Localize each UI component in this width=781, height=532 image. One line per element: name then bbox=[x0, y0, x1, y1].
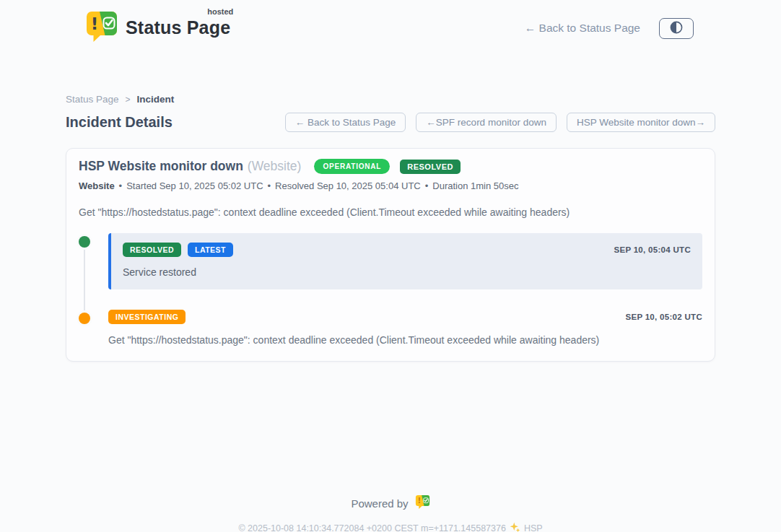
copyright-text: © 2025-10-08 14:10:34.772084 +0200 CEST … bbox=[238, 523, 506, 532]
status-page-logo-icon: ! bbox=[85, 10, 118, 46]
page-title: Incident Details bbox=[66, 114, 173, 131]
incident-nav-buttons: ← Back to Status Page ←SPF record monito… bbox=[285, 113, 715, 132]
timeline-entry-content: INVESTIGATING SEP 10, 05:02 UTC Get "htt… bbox=[108, 310, 702, 346]
logo[interactable]: ! Status Page hosted bbox=[85, 10, 230, 46]
footer: Powered by ! © 2025-10-08 14:10:34.77208… bbox=[66, 494, 715, 532]
orange-dot-icon bbox=[79, 313, 90, 324]
powered-by-label: Powered by bbox=[351, 497, 408, 510]
meta-started: Started Sep 10, 2025 05:02 UTC bbox=[126, 180, 263, 191]
incident-title: HSP Website monitor down bbox=[79, 159, 243, 174]
logo-title: Status Page bbox=[126, 17, 230, 38]
meta-dot: • bbox=[425, 180, 429, 191]
entry-head: INVESTIGATING SEP 10, 05:02 UTC bbox=[108, 310, 702, 324]
entry-message: Service restored bbox=[123, 266, 691, 278]
svg-text:!: ! bbox=[91, 14, 99, 33]
latest-update-box: RESOLVED LATEST SEP 10, 05:04 UTC Servic… bbox=[108, 233, 702, 289]
meta-dot: • bbox=[268, 180, 271, 191]
entry-message: Get "https://hostedstatus.page": context… bbox=[108, 334, 702, 346]
copyright-suffix: HSP bbox=[524, 523, 543, 532]
theme-toggle-button[interactable] bbox=[659, 18, 694, 39]
timeline-dot-col bbox=[79, 310, 108, 346]
entry-timestamp: SEP 10, 05:02 UTC bbox=[625, 313, 702, 321]
resolved-status-badge: RESOLVED bbox=[123, 243, 181, 257]
next-incident-button[interactable]: HSP Website monitor down→ bbox=[567, 113, 715, 132]
entry-head: RESOLVED LATEST SEP 10, 05:04 UTC bbox=[123, 243, 691, 257]
meta-dot: • bbox=[119, 180, 123, 191]
svg-text:!: ! bbox=[417, 496, 421, 505]
incident-description: Get "https://hostedstatus.page": context… bbox=[79, 206, 702, 218]
incident-component: (Website) bbox=[248, 159, 302, 174]
status-page-mini-logo-icon[interactable]: ! bbox=[415, 494, 430, 512]
logo-hosted-label: hosted bbox=[207, 7, 233, 16]
sparkles-icon bbox=[510, 522, 520, 532]
timeline-entry-latest: RESOLVED LATEST SEP 10, 05:04 UTC Servic… bbox=[79, 233, 702, 289]
meta-duration: Duration 1min 50sec bbox=[432, 180, 518, 191]
header-back-link[interactable]: ← Back to Status Page bbox=[525, 22, 640, 35]
resolved-badge: RESOLVED bbox=[400, 160, 461, 174]
prev-incident-button[interactable]: ←SPF record monitor down bbox=[416, 113, 557, 132]
breadcrumb-status-page[interactable]: Status Page bbox=[66, 94, 119, 105]
timeline-entry-content: RESOLVED LATEST SEP 10, 05:04 UTC Servic… bbox=[108, 233, 702, 289]
green-dot-icon bbox=[79, 236, 90, 248]
title-row: Incident Details ← Back to Status Page ←… bbox=[66, 113, 715, 132]
back-to-status-page-button[interactable]: ← Back to Status Page bbox=[285, 113, 406, 132]
header: ! Status Page hosted ← Back to Status Pa… bbox=[0, 0, 781, 46]
investigating-badge: INVESTIGATING bbox=[108, 310, 186, 324]
breadcrumb-separator: > bbox=[126, 95, 131, 105]
meta-component: Website bbox=[79, 180, 115, 191]
half-circle-contrast-icon bbox=[670, 21, 683, 36]
meta-resolved: Resolved Sep 10, 2025 05:04 UTC bbox=[275, 180, 421, 191]
header-right: ← Back to Status Page bbox=[525, 18, 694, 39]
logo-text: Status Page hosted bbox=[126, 10, 230, 38]
copyright-line: © 2025-10-08 14:10:34.772084 +0200 CEST … bbox=[66, 522, 715, 532]
operational-badge: OPERATIONAL bbox=[314, 159, 390, 174]
entry-timestamp: SEP 10, 05:04 UTC bbox=[614, 245, 691, 254]
breadcrumb-incident: Incident bbox=[137, 94, 175, 105]
entry-badges: INVESTIGATING bbox=[108, 310, 186, 324]
timeline-dot-col bbox=[79, 233, 108, 289]
incident-card: HSP Website monitor down (Website) OPERA… bbox=[66, 148, 715, 362]
entry-badges: RESOLVED LATEST bbox=[123, 243, 233, 257]
powered-by: Powered by ! bbox=[351, 494, 429, 512]
timeline-entry-investigating: INVESTIGATING SEP 10, 05:02 UTC Get "htt… bbox=[79, 310, 702, 346]
breadcrumb: Status Page > Incident bbox=[66, 94, 715, 105]
incident-title-row: HSP Website monitor down (Website) OPERA… bbox=[79, 159, 702, 174]
main-content: Status Page > Incident Incident Details … bbox=[66, 94, 715, 532]
latest-badge: LATEST bbox=[188, 243, 233, 257]
incident-meta: Website • Started Sep 10, 2025 05:02 UTC… bbox=[79, 180, 702, 191]
incident-timeline: RESOLVED LATEST SEP 10, 05:04 UTC Servic… bbox=[79, 233, 702, 346]
